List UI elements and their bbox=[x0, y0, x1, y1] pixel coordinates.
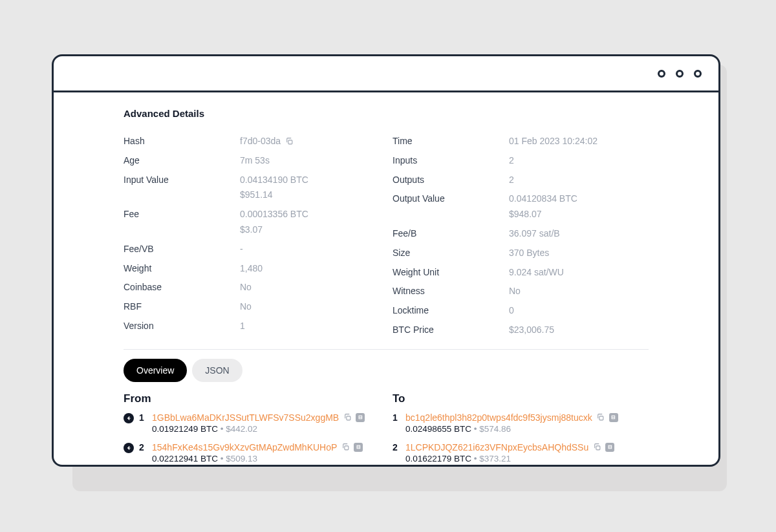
detail-value: 36.097 sat/B bbox=[509, 226, 649, 242]
detail-label: Hash bbox=[124, 134, 240, 149]
svg-rect-2 bbox=[345, 446, 349, 450]
detail-row-rbf: RBF No bbox=[124, 297, 380, 317]
detail-label: Age bbox=[124, 153, 240, 169]
tab-json[interactable]: JSON bbox=[192, 359, 242, 382]
detail-value: No bbox=[240, 280, 380, 295]
from-row: 1 1GBbLwa6MaDKrJSSutTLWFSv7SSu2xggMB ⊟ 0… bbox=[124, 412, 380, 434]
detail-row-feevb: Fee/VB - bbox=[124, 240, 380, 259]
detail-row-outputs: Outputs 2 bbox=[393, 171, 649, 190]
detail-value: 01 Feb 2023 10:24:02 bbox=[509, 134, 649, 149]
copy-icon[interactable] bbox=[341, 443, 350, 452]
detail-row-input-value: Input Value 0.04134190 BTC $951.14 bbox=[124, 171, 380, 206]
hash-text: f7d0-03da bbox=[240, 134, 281, 149]
detail-value: 2 bbox=[509, 153, 649, 169]
copy-icon[interactable] bbox=[596, 413, 605, 422]
from-amount: 0.01921249 BTC • $442.02 bbox=[152, 424, 380, 434]
from-body: 1GBbLwa6MaDKrJSSutTLWFSv7SSu2xggMB ⊟ 0.0… bbox=[152, 412, 380, 434]
detail-value: 0 bbox=[509, 303, 649, 319]
detail-value: 1 bbox=[240, 319, 380, 334]
detail-row-output-value: Output Value 0.04120834 BTC $948.07 bbox=[393, 189, 649, 224]
detail-label: Coinbase bbox=[124, 280, 240, 295]
tabs: Overview JSON bbox=[124, 359, 649, 382]
detail-row-weight: Weight 1,480 bbox=[124, 259, 380, 279]
from-body: 154hFxKe4s15Gv9kXzvGtMApZwdMhKUHoP ⊟ 0.0… bbox=[152, 442, 380, 463]
address-text[interactable]: 1GBbLwa6MaDKrJSSutTLWFSv7SSu2xggMB bbox=[152, 412, 339, 423]
from-index: 2 bbox=[139, 442, 147, 452]
section-title: Advanced Details bbox=[124, 108, 649, 119]
detail-label: Weight Unit bbox=[393, 265, 509, 281]
svg-rect-0 bbox=[288, 140, 292, 144]
detail-value: No bbox=[509, 284, 649, 299]
detail-value: $23,006.75 bbox=[509, 323, 649, 338]
tab-overview[interactable]: Overview bbox=[124, 359, 187, 382]
detail-label: RBF bbox=[124, 299, 240, 315]
copy-icon[interactable] bbox=[285, 137, 294, 146]
svg-rect-3 bbox=[599, 416, 603, 420]
detail-row-version: Version 1 bbox=[124, 317, 380, 336]
from-amount: 0.02212941 BTC • $509.13 bbox=[152, 454, 380, 463]
detail-label: Witness bbox=[393, 284, 509, 299]
detail-label: Input Value bbox=[124, 173, 240, 188]
detail-value: 0.04134190 BTC $951.14 bbox=[240, 173, 380, 204]
wallet-icon[interactable]: ⊟ bbox=[356, 413, 365, 422]
to-heading: To bbox=[393, 392, 649, 405]
arrow-left-icon bbox=[124, 413, 134, 423]
detail-value: 2 bbox=[509, 173, 649, 188]
to-column: To 1 bc1q2le6thpl3h82p0twps4fdc9f53jysmj… bbox=[393, 392, 649, 467]
address-text[interactable]: 1LCPKDJQZ621i6z3VFNpxEycbsAHQhdSSu bbox=[405, 442, 588, 452]
from-index: 1 bbox=[139, 412, 147, 423]
from-heading: From bbox=[124, 392, 380, 405]
detail-label: Fee bbox=[124, 207, 240, 222]
detail-row-size: Size 370 Bytes bbox=[393, 244, 649, 263]
from-column: From 1 1GBbLwa6MaDKrJSSutTLWFSv7SSu2xggM… bbox=[124, 392, 380, 467]
details-right-column: Time 01 Feb 2023 10:24:02 Inputs 2 Outpu… bbox=[393, 132, 649, 340]
detail-row-btc-price: BTC Price $23,006.75 bbox=[393, 321, 649, 340]
detail-label: Version bbox=[124, 319, 240, 334]
detail-row-coinbase: Coinbase No bbox=[124, 278, 380, 297]
details-grid: Hash f7d0-03da Age 7m 53s bbox=[124, 132, 649, 340]
detail-value: 1,480 bbox=[240, 261, 380, 277]
detail-value: 0.00013356 BTC $3.07 bbox=[240, 207, 380, 238]
divider bbox=[124, 349, 649, 350]
to-row: 2 1LCPKDJQZ621i6z3VFNpxEycbsAHQhdSSu ⊟ 0… bbox=[393, 442, 649, 463]
content-area: Advanced Details Hash f7d0-03da bbox=[54, 92, 718, 467]
to-address: 1LCPKDJQZ621i6z3VFNpxEycbsAHQhdSSu ⊟ bbox=[405, 442, 614, 452]
detail-value: No bbox=[240, 299, 380, 315]
app-window: Advanced Details Hash f7d0-03da bbox=[52, 54, 720, 467]
wallet-icon[interactable]: ⊟ bbox=[354, 443, 363, 452]
copy-icon[interactable] bbox=[343, 413, 352, 422]
detail-value: 0.04120834 BTC $948.07 bbox=[509, 191, 649, 222]
detail-label: Outputs bbox=[393, 173, 509, 188]
window-control-2[interactable] bbox=[676, 70, 684, 78]
to-row: 1 bc1q2le6thpl3h82p0twps4fdc9f53jysmj88t… bbox=[393, 412, 649, 434]
window-control-1[interactable] bbox=[658, 70, 665, 78]
svg-rect-4 bbox=[596, 446, 600, 450]
detail-value: 7m 53s bbox=[240, 153, 380, 169]
detail-value: - bbox=[240, 242, 380, 257]
address-text[interactable]: 154hFxKe4s15Gv9kXzvGtMApZwdMhKUHoP bbox=[152, 442, 337, 452]
window-control-3[interactable] bbox=[694, 70, 702, 78]
detail-label: Locktime bbox=[393, 303, 509, 319]
wallet-icon[interactable]: ⊟ bbox=[609, 413, 618, 422]
detail-label: Output Value bbox=[393, 191, 509, 207]
detail-label: Fee/VB bbox=[124, 242, 240, 257]
detail-row-inputs: Inputs 2 bbox=[393, 151, 649, 171]
address-text[interactable]: bc1q2le6thpl3h82p0twps4fdc9f53jysmj88tuc… bbox=[405, 412, 592, 423]
detail-value: 9.024 sat/WU bbox=[509, 265, 649, 281]
detail-label: Fee/B bbox=[393, 226, 509, 242]
from-row: 2 154hFxKe4s15Gv9kXzvGtMApZwdMhKUHoP ⊟ 0… bbox=[124, 442, 380, 463]
svg-rect-1 bbox=[347, 416, 350, 420]
detail-label: Inputs bbox=[393, 153, 509, 169]
to-body: bc1q2le6thpl3h82p0twps4fdc9f53jysmj88tuc… bbox=[405, 412, 649, 434]
to-address: bc1q2le6thpl3h82p0twps4fdc9f53jysmj88tuc… bbox=[405, 412, 618, 423]
from-address: 154hFxKe4s15Gv9kXzvGtMApZwdMhKUHoP ⊟ bbox=[152, 442, 363, 452]
io-grid: From 1 1GBbLwa6MaDKrJSSutTLWFSv7SSu2xggM… bbox=[124, 392, 649, 467]
to-index: 2 bbox=[393, 442, 400, 452]
copy-icon[interactable] bbox=[592, 443, 601, 452]
detail-row-feeb: Fee/B 36.097 sat/B bbox=[393, 224, 649, 244]
detail-label: BTC Price bbox=[393, 323, 509, 338]
wallet-icon[interactable]: ⊟ bbox=[605, 443, 614, 452]
titlebar bbox=[54, 56, 718, 92]
detail-label: Size bbox=[393, 246, 509, 261]
detail-row-age: Age 7m 53s bbox=[124, 151, 380, 171]
